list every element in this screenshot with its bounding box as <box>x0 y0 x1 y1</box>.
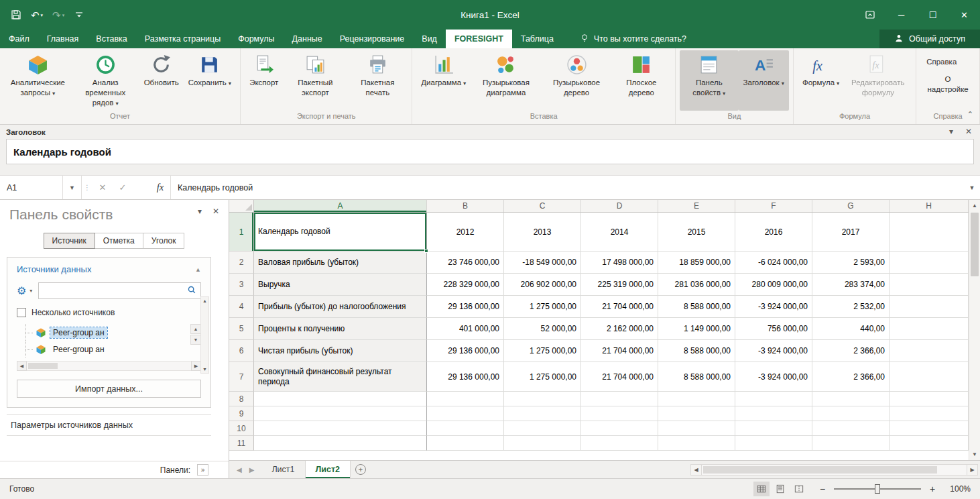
column-header[interactable]: H <box>890 200 969 212</box>
header-text-input[interactable] <box>6 139 974 164</box>
tab-data[interactable]: Данные <box>284 30 331 48</box>
cell[interactable] <box>812 392 890 406</box>
cell[interactable]: 21 704 000,00 <box>581 296 658 318</box>
row-header[interactable]: 9 <box>229 406 254 421</box>
cell[interactable] <box>890 436 969 451</box>
cell[interactable]: 29 136 000,00 <box>427 362 504 392</box>
cell[interactable] <box>581 406 658 421</box>
cell[interactable]: -3 924 000,00 <box>735 340 812 362</box>
page-layout-view-icon[interactable] <box>772 482 788 496</box>
cell[interactable]: 29 136 000,00 <box>427 340 504 362</box>
cell[interactable]: 2 162 000,00 <box>581 318 658 340</box>
tab-review[interactable]: Рецензирование <box>331 30 414 48</box>
cell[interactable] <box>735 436 812 451</box>
cell[interactable]: 283 374,00 <box>812 274 890 296</box>
column-header[interactable]: D <box>581 200 658 212</box>
cell[interactable] <box>890 392 969 406</box>
save-icon[interactable] <box>11 9 21 20</box>
scroll-up-icon[interactable]: ▲ <box>969 200 980 211</box>
cell[interactable] <box>735 406 812 421</box>
cell[interactable]: -6 024 000,00 <box>735 252 812 274</box>
scroll-down-icon[interactable]: ▼ <box>190 335 201 345</box>
grid-horizontal-scrollbar[interactable]: ◀ ▶ <box>690 461 980 478</box>
tab-table[interactable]: Таблица <box>512 30 562 48</box>
grid-vertical-scrollbar[interactable]: ▲ ▼ <box>969 200 980 460</box>
cell[interactable]: 1 275 000,00 <box>504 362 581 392</box>
column-header[interactable]: F <box>735 200 812 212</box>
scroll-right-icon[interactable]: ▶ <box>191 361 201 371</box>
chevron-down-icon[interactable]: ▾ <box>198 207 202 216</box>
cell[interactable]: 2016 <box>735 213 812 252</box>
cell[interactable]: Чистая прибыль (убыток) <box>254 340 427 362</box>
cell[interactable]: 2015 <box>658 213 735 252</box>
tab-mark[interactable]: Отметка <box>95 233 143 249</box>
cancel-entry-icon[interactable]: ✕ <box>93 176 113 199</box>
column-header[interactable]: C <box>504 200 581 212</box>
cell[interactable] <box>504 421 581 436</box>
cell[interactable] <box>254 421 427 436</box>
cell[interactable]: 23 746 000,00 <box>427 252 504 274</box>
panels-expand-button[interactable]: » <box>197 464 208 476</box>
gear-icon[interactable]: ⚙ <box>17 286 26 296</box>
cell[interactable] <box>890 318 969 340</box>
header-toggle-button[interactable]: AЗаголовок▾ <box>739 50 789 111</box>
tab-foresight[interactable]: FORESIGHT <box>446 30 512 48</box>
cell[interactable]: 225 319 000,00 <box>581 274 658 296</box>
batch-export-button[interactable]: Пакетный экспорт <box>283 50 347 111</box>
row-header[interactable]: 1 <box>229 213 254 252</box>
cell[interactable]: 206 902 000,00 <box>504 274 581 296</box>
import-data-button[interactable]: Импорт данных... <box>17 380 201 398</box>
cell[interactable]: 17 498 000,00 <box>581 252 658 274</box>
tab-file[interactable]: Файл <box>0 30 38 48</box>
cell[interactable] <box>890 213 969 252</box>
cell[interactable]: 21 704 000,00 <box>581 340 658 362</box>
cell[interactable] <box>581 421 658 436</box>
cell[interactable]: 2 366,00 <box>812 340 890 362</box>
cell[interactable] <box>890 340 969 362</box>
cell[interactable] <box>812 436 890 451</box>
batch-print-button[interactable]: Пакетная печать <box>347 50 408 111</box>
cell[interactable]: 29 136 000,00 <box>427 296 504 318</box>
cell[interactable]: Проценты к получению <box>254 318 427 340</box>
next-sheet-icon[interactable]: ▶ <box>249 466 255 474</box>
flat-tree-button[interactable]: Плоское дерево <box>612 50 671 111</box>
cell[interactable]: 228 329 000,00 <box>427 274 504 296</box>
row-header[interactable]: 8 <box>229 392 254 406</box>
row-header[interactable]: 4 <box>229 296 254 318</box>
tell-me-box[interactable]: Что вы хотите сделать? <box>580 30 686 48</box>
cell[interactable] <box>890 362 969 392</box>
cell[interactable] <box>504 406 581 421</box>
scroll-down-icon[interactable]: ▼ <box>202 367 207 372</box>
cell[interactable] <box>890 274 969 296</box>
chevron-down-icon[interactable]: ▼ <box>62 176 81 199</box>
about-addin-button[interactable]: О надстройке <box>920 73 975 96</box>
previous-sheet-icon[interactable]: ◀ <box>237 466 242 474</box>
column-header[interactable]: E <box>658 200 735 212</box>
cell[interactable] <box>658 392 735 406</box>
export-button[interactable]: Экспорт <box>245 50 283 111</box>
scroll-left-icon[interactable]: ◀ <box>690 464 702 476</box>
cell[interactable] <box>254 436 427 451</box>
cell[interactable] <box>427 421 504 436</box>
expand-formula-bar-icon[interactable]: ▼ <box>964 176 980 199</box>
scrollbar-thumb[interactable] <box>971 213 979 276</box>
tab-view[interactable]: Вид <box>413 30 446 48</box>
scroll-up-icon[interactable]: ▲ <box>190 324 201 334</box>
ribbon-display-options-icon[interactable] <box>854 0 885 30</box>
row-header[interactable]: 5 <box>229 318 254 340</box>
collapse-ribbon-icon[interactable]: ⌃ <box>967 110 973 119</box>
cell[interactable]: 1 275 000,00 <box>504 340 581 362</box>
cell[interactable]: 756 000,00 <box>735 318 812 340</box>
add-sheet-button[interactable]: + <box>351 461 371 478</box>
cell[interactable]: 8 588 000,00 <box>658 296 735 318</box>
normal-view-icon[interactable] <box>753 482 770 496</box>
zoom-level[interactable]: 100% <box>944 484 971 494</box>
save-report-button[interactable]: Сохранить▾ <box>184 50 236 111</box>
bubble-tree-button[interactable]: Пузырьковое дерево <box>541 50 611 111</box>
cell[interactable] <box>890 421 969 436</box>
cell[interactable]: 281 036 000,00 <box>658 274 735 296</box>
cell[interactable]: 440,00 <box>812 318 890 340</box>
redo-icon[interactable]: ↷▾ <box>52 10 64 20</box>
chart-button[interactable]: Диаграмма▾ <box>416 50 471 111</box>
help-button[interactable]: Справка <box>920 56 963 68</box>
